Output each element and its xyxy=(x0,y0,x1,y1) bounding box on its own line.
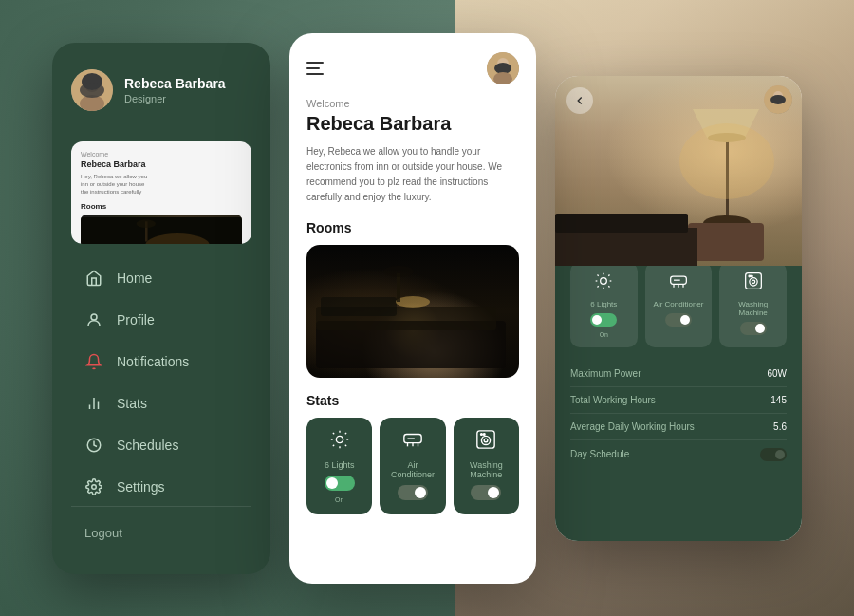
power-value: 60W xyxy=(767,368,787,379)
stats-label: Stats xyxy=(117,396,147,411)
profile-label: Profile xyxy=(117,312,155,327)
right-ac-icon xyxy=(669,271,688,295)
svg-rect-50 xyxy=(688,223,764,261)
detail-row-power: Maximum Power 60W xyxy=(570,361,787,387)
detail-rows: Maximum Power 60W Total Working Hours 14… xyxy=(570,361,787,469)
right-content: 6 Lights On Air Conditioner xyxy=(555,247,802,541)
washer-name: Washing Machine xyxy=(463,460,510,479)
detail-row-avg-hours: Average Daily Working Hours 5.6 xyxy=(570,414,787,440)
logout-section: Logout xyxy=(71,506,251,548)
user-name: Rebeca Barbara xyxy=(124,76,226,91)
detail-row-schedule: Day Schedule xyxy=(570,440,787,469)
ac-icon xyxy=(402,429,423,455)
room-image xyxy=(306,245,519,378)
avatar xyxy=(71,69,113,111)
svg-line-60 xyxy=(609,286,610,287)
svg-point-5 xyxy=(80,83,104,98)
washer-toggle[interactable] xyxy=(471,485,501,500)
right-ac-name: Air Conditioner xyxy=(654,300,704,308)
svg-line-59 xyxy=(598,274,599,275)
sidebar-item-profile[interactable]: Profile xyxy=(71,301,251,339)
detail-row-hours: Total Working Hours 145 xyxy=(570,387,787,414)
right-avatar xyxy=(764,85,792,114)
svg-rect-24 xyxy=(397,273,400,302)
mini-title: Rebeca Barbara xyxy=(81,159,242,169)
svg-line-34 xyxy=(344,432,345,433)
sidebar-item-settings[interactable]: Settings xyxy=(71,468,251,506)
back-button[interactable] xyxy=(566,87,593,114)
stats-cards: 6 Lights On Air Conditioner xyxy=(306,418,519,514)
avg-hours-label: Average Daily Working Hours xyxy=(570,421,695,432)
right-panel-image xyxy=(555,76,802,266)
mini-room-image xyxy=(81,215,242,244)
svg-line-30 xyxy=(344,444,345,445)
lights-icon xyxy=(329,429,350,455)
hamburger-button[interactable] xyxy=(306,62,324,75)
sidebar-item-stats[interactable]: Stats xyxy=(71,384,251,422)
main-description: Hey, Rebeca we allow you to handle your … xyxy=(306,144,519,205)
bell-icon xyxy=(84,352,103,371)
welcome-label: Welcome xyxy=(306,98,519,109)
lights-toggle-label: On xyxy=(335,496,343,503)
sidebar-item-home[interactable]: Home xyxy=(71,259,251,297)
left-sidebar-panel: Rebeca Barbara Designer Welcome Rebeca B… xyxy=(52,43,270,574)
svg-point-15 xyxy=(92,484,97,489)
power-label: Maximum Power xyxy=(570,368,640,379)
washer-icon xyxy=(475,429,496,455)
schedule-toggle[interactable] xyxy=(760,448,787,461)
sidebar-item-schedules[interactable]: Schedules xyxy=(71,426,251,464)
right-lights-toggle[interactable] xyxy=(590,313,617,327)
mini-rooms-label: Rooms xyxy=(81,202,242,211)
home-label: Home xyxy=(117,271,152,286)
svg-point-49 xyxy=(679,123,774,199)
navigation: Home Profile Notificatio xyxy=(71,259,251,506)
svg-point-42 xyxy=(484,439,488,442)
svg-point-73 xyxy=(749,275,751,277)
stat-card-lights: 6 Lights On xyxy=(306,418,372,514)
rooms-section-label: Rooms xyxy=(306,220,519,235)
right-washer-toggle[interactable] xyxy=(740,322,767,335)
ac-toggle[interactable] xyxy=(398,485,428,500)
svg-point-23 xyxy=(396,296,430,308)
right-washer-name: Washing Machine xyxy=(727,300,779,317)
sidebar-item-notifications[interactable]: Notifications xyxy=(71,343,251,381)
notifications-label: Notifications xyxy=(117,354,189,369)
user-profile-section: Rebeca Barbara Designer xyxy=(71,69,251,111)
svg-point-55 xyxy=(770,95,786,104)
svg-point-43 xyxy=(481,433,483,435)
main-title: Rebeca Barbara xyxy=(306,113,519,135)
svg-point-72 xyxy=(752,280,754,283)
stats-section-label: Stats xyxy=(306,393,519,408)
right-stat-card-washer: Washing Machine xyxy=(719,262,787,347)
svg-line-63 xyxy=(598,286,599,287)
chart-icon xyxy=(84,394,103,413)
svg-point-25 xyxy=(383,266,414,277)
settings-label: Settings xyxy=(117,479,165,495)
avg-hours-value: 5.6 xyxy=(773,421,787,432)
schedule-label: Day Schedule xyxy=(570,449,629,459)
main-panel: Welcome Rebeca Barbara Hey, Rebeca we al… xyxy=(289,33,536,584)
svg-point-44 xyxy=(484,433,486,435)
logout-button[interactable]: Logout xyxy=(71,518,251,548)
mini-desc: Hey, Rebeca we allow youinn or outside y… xyxy=(81,173,242,196)
lights-toggle[interactable] xyxy=(325,476,355,491)
schedules-label: Schedules xyxy=(117,438,178,453)
svg-point-74 xyxy=(751,275,752,277)
hours-value: 145 xyxy=(770,395,787,405)
user-info: Rebeca Barbara Designer xyxy=(124,76,226,104)
svg-point-71 xyxy=(750,277,757,285)
home-icon xyxy=(84,269,103,288)
right-lights-on-label: On xyxy=(600,331,608,338)
header-avatar[interactable] xyxy=(487,52,519,84)
ac-name: Air Conditioner xyxy=(389,460,436,479)
svg-rect-40 xyxy=(477,430,494,447)
svg-point-41 xyxy=(482,436,491,444)
svg-line-33 xyxy=(333,444,334,445)
right-ac-toggle[interactable] xyxy=(665,313,692,327)
clock-icon xyxy=(84,436,103,455)
svg-line-64 xyxy=(609,274,610,275)
hours-label: Total Working Hours xyxy=(570,395,656,405)
stat-card-ac: Air Conditioner xyxy=(380,418,445,514)
mini-preview: Welcome Rebeca Barbara Hey, Rebeca we al… xyxy=(71,141,251,244)
svg-point-10 xyxy=(91,314,97,320)
